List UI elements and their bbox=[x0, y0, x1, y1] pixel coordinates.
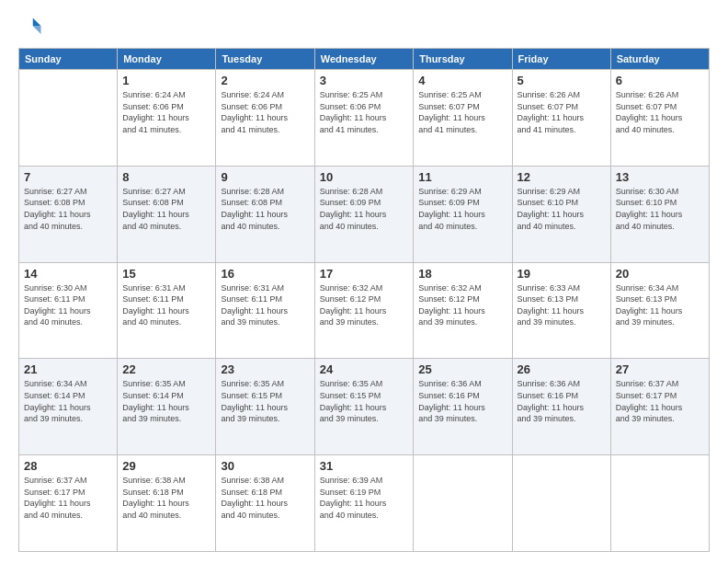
column-header-tuesday: Tuesday bbox=[216, 49, 314, 70]
day-number: 14 bbox=[24, 267, 112, 281]
day-number: 10 bbox=[320, 170, 409, 184]
calendar: SundayMondayTuesdayWednesdayThursdayFrid… bbox=[18, 48, 710, 552]
calendar-week-row: 7Sunrise: 6:27 AM Sunset: 6:08 PM Daylig… bbox=[19, 166, 710, 262]
column-header-saturday: Saturday bbox=[610, 49, 709, 70]
day-info: Sunrise: 6:27 AM Sunset: 6:08 PM Dayligh… bbox=[24, 186, 112, 232]
column-header-wednesday: Wednesday bbox=[314, 49, 414, 70]
day-info: Sunrise: 6:35 AM Sunset: 6:15 PM Dayligh… bbox=[320, 378, 409, 424]
day-info: Sunrise: 6:26 AM Sunset: 6:07 PM Dayligh… bbox=[518, 89, 606, 135]
day-info: Sunrise: 6:26 AM Sunset: 6:07 PM Dayligh… bbox=[616, 89, 704, 135]
day-info: Sunrise: 6:34 AM Sunset: 6:14 PM Dayligh… bbox=[24, 378, 112, 424]
calendar-cell: 24Sunrise: 6:35 AM Sunset: 6:15 PM Dayli… bbox=[314, 359, 414, 455]
day-info: Sunrise: 6:33 AM Sunset: 6:13 PM Dayligh… bbox=[518, 282, 606, 328]
calendar-cell: 30Sunrise: 6:38 AM Sunset: 6:18 PM Dayli… bbox=[216, 455, 314, 552]
calendar-cell: 2Sunrise: 6:24 AM Sunset: 6:06 PM Daylig… bbox=[216, 70, 314, 167]
day-info: Sunrise: 6:31 AM Sunset: 6:11 PM Dayligh… bbox=[122, 282, 210, 328]
calendar-cell: 18Sunrise: 6:32 AM Sunset: 6:12 PM Dayli… bbox=[414, 262, 512, 359]
calendar-cell: 27Sunrise: 6:37 AM Sunset: 6:17 PM Dayli… bbox=[610, 359, 709, 455]
calendar-cell: 22Sunrise: 6:35 AM Sunset: 6:14 PM Dayli… bbox=[118, 359, 216, 455]
day-info: Sunrise: 6:38 AM Sunset: 6:18 PM Dayligh… bbox=[221, 475, 309, 521]
calendar-cell: 17Sunrise: 6:32 AM Sunset: 6:12 PM Dayli… bbox=[314, 262, 414, 359]
column-header-sunday: Sunday bbox=[19, 49, 118, 70]
calendar-cell: 28Sunrise: 6:37 AM Sunset: 6:17 PM Dayli… bbox=[19, 455, 118, 552]
day-number: 12 bbox=[518, 170, 606, 184]
calendar-cell: 9Sunrise: 6:28 AM Sunset: 6:08 PM Daylig… bbox=[216, 166, 314, 262]
logo bbox=[18, 15, 48, 40]
calendar-week-row: 1Sunrise: 6:24 AM Sunset: 6:06 PM Daylig… bbox=[19, 70, 710, 167]
day-number: 19 bbox=[518, 267, 606, 281]
calendar-cell: 3Sunrise: 6:25 AM Sunset: 6:06 PM Daylig… bbox=[314, 70, 414, 167]
day-number: 8 bbox=[122, 170, 210, 184]
calendar-cell: 6Sunrise: 6:26 AM Sunset: 6:07 PM Daylig… bbox=[610, 70, 709, 167]
calendar-cell: 4Sunrise: 6:25 AM Sunset: 6:07 PM Daylig… bbox=[414, 70, 512, 167]
calendar-cell: 14Sunrise: 6:30 AM Sunset: 6:11 PM Dayli… bbox=[19, 262, 118, 359]
day-number: 25 bbox=[418, 362, 506, 376]
day-number: 24 bbox=[320, 362, 409, 376]
day-number: 27 bbox=[616, 362, 704, 376]
calendar-cell: 26Sunrise: 6:36 AM Sunset: 6:16 PM Dayli… bbox=[512, 359, 610, 455]
calendar-cell: 21Sunrise: 6:34 AM Sunset: 6:14 PM Dayli… bbox=[19, 359, 118, 455]
svg-marker-1 bbox=[33, 26, 41, 34]
day-info: Sunrise: 6:27 AM Sunset: 6:08 PM Dayligh… bbox=[122, 186, 210, 232]
calendar-cell: 15Sunrise: 6:31 AM Sunset: 6:11 PM Dayli… bbox=[118, 262, 216, 359]
calendar-cell bbox=[19, 70, 118, 167]
day-info: Sunrise: 6:35 AM Sunset: 6:14 PM Dayligh… bbox=[122, 378, 210, 424]
header bbox=[18, 15, 710, 40]
day-info: Sunrise: 6:37 AM Sunset: 6:17 PM Dayligh… bbox=[24, 475, 112, 521]
calendar-cell: 13Sunrise: 6:30 AM Sunset: 6:10 PM Dayli… bbox=[610, 166, 709, 262]
day-info: Sunrise: 6:35 AM Sunset: 6:15 PM Dayligh… bbox=[221, 378, 309, 424]
calendar-cell: 31Sunrise: 6:39 AM Sunset: 6:19 PM Dayli… bbox=[314, 455, 414, 552]
calendar-cell bbox=[512, 455, 610, 552]
calendar-week-row: 21Sunrise: 6:34 AM Sunset: 6:14 PM Dayli… bbox=[19, 359, 710, 455]
day-info: Sunrise: 6:30 AM Sunset: 6:11 PM Dayligh… bbox=[24, 282, 112, 328]
calendar-cell: 23Sunrise: 6:35 AM Sunset: 6:15 PM Dayli… bbox=[216, 359, 314, 455]
calendar-cell: 1Sunrise: 6:24 AM Sunset: 6:06 PM Daylig… bbox=[118, 70, 216, 167]
column-header-monday: Monday bbox=[118, 49, 216, 70]
calendar-week-row: 28Sunrise: 6:37 AM Sunset: 6:17 PM Dayli… bbox=[19, 455, 710, 552]
day-info: Sunrise: 6:25 AM Sunset: 6:06 PM Dayligh… bbox=[320, 89, 409, 135]
day-number: 22 bbox=[122, 362, 210, 376]
day-number: 17 bbox=[320, 267, 409, 281]
day-info: Sunrise: 6:38 AM Sunset: 6:18 PM Dayligh… bbox=[122, 475, 210, 521]
day-number: 11 bbox=[418, 170, 506, 184]
day-number: 29 bbox=[122, 459, 210, 473]
calendar-cell: 25Sunrise: 6:36 AM Sunset: 6:16 PM Dayli… bbox=[414, 359, 512, 455]
svg-marker-0 bbox=[33, 18, 41, 27]
day-info: Sunrise: 6:29 AM Sunset: 6:09 PM Dayligh… bbox=[418, 186, 506, 232]
calendar-header-row: SundayMondayTuesdayWednesdayThursdayFrid… bbox=[19, 49, 710, 70]
calendar-cell bbox=[414, 455, 512, 552]
day-info: Sunrise: 6:34 AM Sunset: 6:13 PM Dayligh… bbox=[616, 282, 704, 328]
calendar-cell: 12Sunrise: 6:29 AM Sunset: 6:10 PM Dayli… bbox=[512, 166, 610, 262]
day-number: 4 bbox=[418, 74, 506, 87]
day-info: Sunrise: 6:24 AM Sunset: 6:06 PM Dayligh… bbox=[122, 89, 210, 135]
day-info: Sunrise: 6:32 AM Sunset: 6:12 PM Dayligh… bbox=[418, 282, 506, 328]
day-number: 3 bbox=[320, 74, 409, 87]
calendar-cell: 10Sunrise: 6:28 AM Sunset: 6:09 PM Dayli… bbox=[314, 166, 414, 262]
day-info: Sunrise: 6:28 AM Sunset: 6:08 PM Dayligh… bbox=[221, 186, 309, 232]
day-number: 21 bbox=[24, 362, 112, 376]
calendar-week-row: 14Sunrise: 6:30 AM Sunset: 6:11 PM Dayli… bbox=[19, 262, 710, 359]
calendar-cell: 19Sunrise: 6:33 AM Sunset: 6:13 PM Dayli… bbox=[512, 262, 610, 359]
day-number: 20 bbox=[616, 267, 704, 281]
calendar-cell: 11Sunrise: 6:29 AM Sunset: 6:09 PM Dayli… bbox=[414, 166, 512, 262]
calendar-cell: 8Sunrise: 6:27 AM Sunset: 6:08 PM Daylig… bbox=[118, 166, 216, 262]
day-number: 26 bbox=[518, 362, 606, 376]
day-number: 5 bbox=[518, 74, 606, 87]
day-info: Sunrise: 6:29 AM Sunset: 6:10 PM Dayligh… bbox=[518, 186, 606, 232]
day-number: 18 bbox=[418, 267, 506, 281]
day-info: Sunrise: 6:24 AM Sunset: 6:06 PM Dayligh… bbox=[221, 89, 309, 135]
day-info: Sunrise: 6:32 AM Sunset: 6:12 PM Dayligh… bbox=[320, 282, 409, 328]
day-info: Sunrise: 6:25 AM Sunset: 6:07 PM Dayligh… bbox=[418, 89, 506, 135]
page: SundayMondayTuesdayWednesdayThursdayFrid… bbox=[0, 0, 728, 563]
calendar-cell: 20Sunrise: 6:34 AM Sunset: 6:13 PM Dayli… bbox=[610, 262, 709, 359]
day-number: 6 bbox=[616, 74, 704, 87]
day-number: 9 bbox=[221, 170, 309, 184]
day-number: 7 bbox=[24, 170, 112, 184]
day-number: 13 bbox=[616, 170, 704, 184]
calendar-cell bbox=[610, 455, 709, 552]
day-info: Sunrise: 6:36 AM Sunset: 6:16 PM Dayligh… bbox=[518, 378, 606, 424]
column-header-thursday: Thursday bbox=[414, 49, 512, 70]
day-info: Sunrise: 6:36 AM Sunset: 6:16 PM Dayligh… bbox=[418, 378, 506, 424]
calendar-cell: 7Sunrise: 6:27 AM Sunset: 6:08 PM Daylig… bbox=[19, 166, 118, 262]
day-info: Sunrise: 6:31 AM Sunset: 6:11 PM Dayligh… bbox=[221, 282, 309, 328]
